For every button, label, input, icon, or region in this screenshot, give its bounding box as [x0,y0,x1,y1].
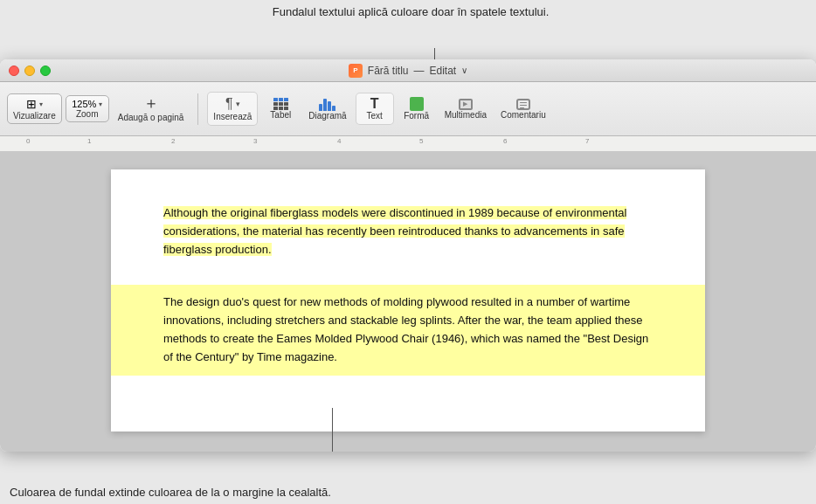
app-icon: P [349,64,363,78]
callout-bottom: Culoarea de fundal extinde culoarea de l… [0,484,332,505]
ruler-mark-0: 0 [26,137,30,145]
window-title: P Fără titlu — Editat ∨ [349,64,467,78]
highlighted-text-1: Although the original fiberglass models … [163,206,626,256]
traffic-lights [9,66,51,76]
paragraph-2-text: The design duo's quest for new methods o… [163,295,648,362]
zoom-value: 125% [72,99,96,109]
insert-label: Inserează [213,112,252,121]
ruler: 0 1 2 3 4 5 6 7 [0,136,816,152]
comment-label: Comentariu [501,110,546,120]
shape-button[interactable]: Formă [398,93,436,124]
app-window: P Fără titlu — Editat ∨ ⊞ ▾ Vizualizare … [0,59,816,452]
ruler-mark-7: 7 [585,137,589,145]
callout-bottom-line [332,408,333,452]
doc-status: Editat [430,65,457,77]
document-area: Although the original fiberglass models … [0,152,816,452]
insert-dropdown-arrow: ▾ [236,100,240,108]
text-icon: T [370,97,379,111]
titlebar: P Fără titlu — Editat ∨ [0,59,816,82]
toolbar: ⊞ ▾ Vizualizare 125% ▾ Zoom ＋ Adaugă o p… [0,82,816,136]
ruler-mark-2: 2 [171,137,175,145]
media-label: Multimedia [445,110,487,120]
page: Although the original fiberglass models … [111,169,705,432]
chart-label: Diagramă [308,111,346,121]
minimize-button[interactable] [24,66,35,76]
shape-label: Formă [404,111,429,121]
doc-title: Fără titlu [368,65,409,77]
ruler-mark-1: 1 [87,137,91,145]
view-label: Vizualizare [13,111,56,121]
add-icon: ＋ [143,95,159,111]
text-label: Text [366,111,382,121]
comment-button[interactable]: Comentariu [495,95,551,123]
paragraph-2-bg-block: The design duo's quest for new methods o… [111,285,705,375]
comment-icon [516,99,530,110]
zoom-button[interactable]: 125% ▾ Zoom [66,95,109,122]
media-icon: ▶ [459,99,473,110]
add-page-button[interactable]: ＋ Adaugă o pagină [113,92,190,126]
table-icon [273,98,288,110]
ruler-mark-5: 5 [419,137,423,145]
callout-bottom-text: Culoarea de fundal extinde culoarea de l… [10,486,331,499]
callout-top-text: Fundalul textului aplică culoare doar în… [273,5,550,18]
ruler-mark-4: 4 [337,137,341,145]
media-button[interactable]: ▶ Multimedia [439,95,492,123]
add-page-label: Adaugă o pagină [118,113,184,122]
insert-button[interactable]: ¶ ▾ Inserează [207,92,258,126]
ruler-mark-6: 6 [503,137,507,145]
table-label: Tabel [270,110,291,120]
title-separator: — [414,65,425,77]
shape-icon [410,97,424,111]
table-button[interactable]: Tabel [261,94,300,123]
view-icon: ⊞ [26,97,37,111]
paragraph-icon: ¶ [225,96,233,112]
ruler-mark-3: 3 [253,137,257,145]
callout-top: Fundalul textului aplică culoare doar în… [245,0,577,21]
view-button[interactable]: ⊞ ▾ Vizualizare [7,93,62,124]
zoom-label: Zoom [76,109,99,119]
chart-button[interactable]: Diagramă [303,93,351,124]
text-button[interactable]: T Text [356,93,394,125]
chart-icon [319,97,335,111]
title-dropdown-arrow[interactable]: ∨ [461,66,467,75]
paragraph-1: Although the original fiberglass models … [163,204,653,259]
fullscreen-button[interactable] [40,66,51,76]
close-button[interactable] [9,66,19,76]
toolbar-separator-1 [197,93,198,125]
